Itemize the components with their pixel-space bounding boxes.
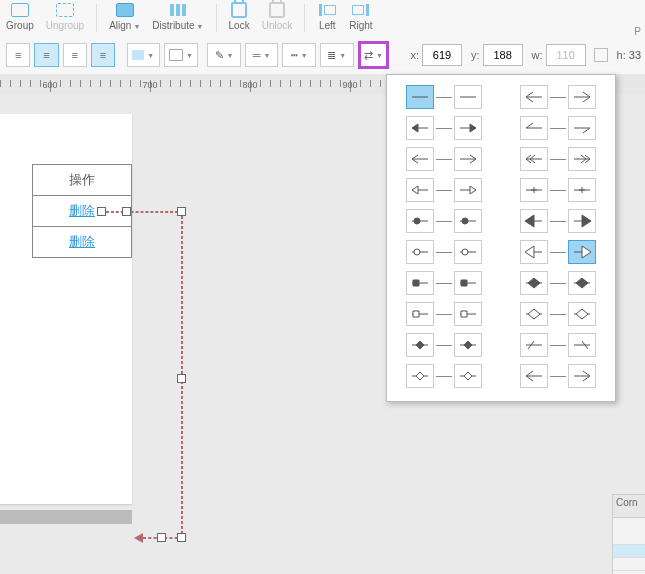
arrow-end-option[interactable] bbox=[568, 364, 596, 388]
h-value: 33 bbox=[629, 49, 641, 61]
arrow-start-option[interactable] bbox=[520, 147, 548, 171]
arrow-end-option[interactable] bbox=[568, 209, 596, 233]
arrow-start-option[interactable] bbox=[520, 333, 548, 357]
arrow-start-option[interactable] bbox=[406, 147, 434, 171]
toolbar-format: ≡ ≡ ≡ ≡ ▼ ▼ ✎▼ ═▼ ┅▼ ≣▼ ⇄▼ x: y: w: h: 3… bbox=[0, 36, 645, 75]
panel-row[interactable] bbox=[613, 518, 645, 545]
arrow-row bbox=[391, 361, 497, 391]
arrow-row bbox=[391, 299, 497, 329]
w-input[interactable] bbox=[546, 44, 586, 66]
arrow-end-option[interactable] bbox=[454, 209, 482, 233]
arrow-end-option[interactable] bbox=[568, 147, 596, 171]
table-header: 操作 bbox=[33, 165, 132, 196]
connector-arrow-icon bbox=[134, 533, 143, 543]
arrow-row bbox=[505, 206, 611, 236]
arrow-row bbox=[391, 237, 497, 267]
rotate-icon[interactable] bbox=[594, 48, 608, 62]
arrow-end-option[interactable] bbox=[454, 85, 482, 109]
text-align-right-button[interactable]: ≡ bbox=[63, 43, 87, 67]
arrow-end-option[interactable] bbox=[454, 240, 482, 264]
arrow-end-option[interactable] bbox=[454, 333, 482, 357]
arrow-start-option[interactable] bbox=[406, 364, 434, 388]
arrow-end-option[interactable] bbox=[568, 178, 596, 202]
arrow-end-option[interactable] bbox=[454, 147, 482, 171]
fill-color-button[interactable]: ▼ bbox=[127, 43, 161, 67]
handle[interactable] bbox=[177, 207, 186, 216]
arrow-start-option[interactable] bbox=[520, 240, 548, 264]
divider bbox=[216, 4, 217, 32]
align-left-button[interactable]: Left bbox=[317, 2, 337, 31]
arrow-end-option[interactable] bbox=[568, 240, 596, 264]
handle[interactable] bbox=[157, 533, 166, 542]
arrow-row bbox=[505, 175, 611, 205]
align-right-button[interactable]: Right bbox=[349, 2, 372, 31]
arrow-start-option[interactable] bbox=[520, 178, 548, 202]
arrow-start-option[interactable] bbox=[406, 240, 434, 264]
line-color-button[interactable]: ✎▼ bbox=[207, 43, 241, 67]
text-align-center-button[interactable]: ≡ bbox=[34, 43, 58, 67]
arrow-style-popup bbox=[386, 74, 616, 402]
handle[interactable] bbox=[122, 207, 131, 216]
arrow-end-option[interactable] bbox=[568, 116, 596, 140]
h-label: h: bbox=[617, 49, 626, 61]
arrow-end-option[interactable] bbox=[454, 271, 482, 295]
arrow-end-option[interactable] bbox=[568, 85, 596, 109]
page-shadow bbox=[0, 510, 132, 524]
y-input[interactable] bbox=[483, 44, 523, 66]
arrow-start-option[interactable] bbox=[406, 85, 434, 109]
delete-link[interactable]: 删除 bbox=[69, 234, 95, 249]
handle[interactable] bbox=[97, 207, 106, 216]
linestyle-icon: ≣ bbox=[327, 49, 336, 62]
arrow-end-option[interactable] bbox=[454, 364, 482, 388]
handle[interactable] bbox=[177, 533, 186, 542]
arrow-start-option[interactable] bbox=[406, 302, 434, 326]
arrow-row bbox=[505, 361, 611, 391]
delete-link[interactable]: 删除 bbox=[69, 203, 95, 218]
dash-icon: ┅ bbox=[291, 49, 298, 62]
arrow-row bbox=[391, 82, 497, 112]
arrow-start-option[interactable] bbox=[406, 116, 434, 140]
distribute-button[interactable]: Distribute▼ bbox=[152, 2, 203, 31]
arrow-row bbox=[505, 330, 611, 360]
arrow-start-option[interactable] bbox=[520, 364, 548, 388]
arrow-start-option[interactable] bbox=[520, 209, 548, 233]
vertical-align-button[interactable]: ≡ bbox=[91, 43, 115, 67]
arrow-start-option[interactable] bbox=[406, 333, 434, 357]
group-button[interactable]: Group bbox=[6, 2, 34, 31]
line-dash-button[interactable]: ┅▼ bbox=[282, 43, 316, 67]
arrow-end-option[interactable] bbox=[454, 302, 482, 326]
connector-seg1[interactable] bbox=[101, 211, 183, 213]
arrow-end-option[interactable] bbox=[454, 178, 482, 202]
x-label: x: bbox=[410, 49, 419, 61]
arrow-row bbox=[391, 206, 497, 236]
x-input[interactable] bbox=[422, 44, 462, 66]
arrow-style-button[interactable]: ⇄▼ bbox=[358, 41, 390, 69]
handle[interactable] bbox=[177, 374, 186, 383]
unlock-button[interactable]: Unlock bbox=[262, 2, 293, 31]
lock-button[interactable]: Lock bbox=[229, 2, 250, 31]
arrow-start-option[interactable] bbox=[406, 178, 434, 202]
arrow-end-option[interactable] bbox=[568, 271, 596, 295]
arrow-row bbox=[391, 113, 497, 143]
line-style-button[interactable]: ≣▼ bbox=[320, 43, 354, 67]
panel-row[interactable] bbox=[613, 545, 645, 558]
arrow-end-option[interactable] bbox=[568, 333, 596, 357]
arrow-start-option[interactable] bbox=[406, 209, 434, 233]
panel-row[interactable] bbox=[613, 558, 645, 571]
arrow-start-option[interactable] bbox=[520, 302, 548, 326]
align-button[interactable]: Align▼ bbox=[109, 2, 140, 31]
opacity-button[interactable]: ▼ bbox=[164, 43, 198, 67]
arrow-start-option[interactable] bbox=[520, 116, 548, 140]
arrow-start-option[interactable] bbox=[406, 271, 434, 295]
text-align-left-button[interactable]: ≡ bbox=[6, 43, 30, 67]
weight-icon: ═ bbox=[253, 49, 261, 61]
divider bbox=[304, 4, 305, 32]
arrow-start-option[interactable] bbox=[520, 271, 548, 295]
align-left-icon: ≡ bbox=[15, 49, 21, 61]
arrow-start-option[interactable] bbox=[520, 85, 548, 109]
arrow-end-option[interactable] bbox=[568, 302, 596, 326]
line-weight-button[interactable]: ═▼ bbox=[245, 43, 279, 67]
ungroup-button[interactable]: Ungroup bbox=[46, 2, 84, 31]
divider bbox=[96, 4, 97, 32]
arrow-end-option[interactable] bbox=[454, 116, 482, 140]
